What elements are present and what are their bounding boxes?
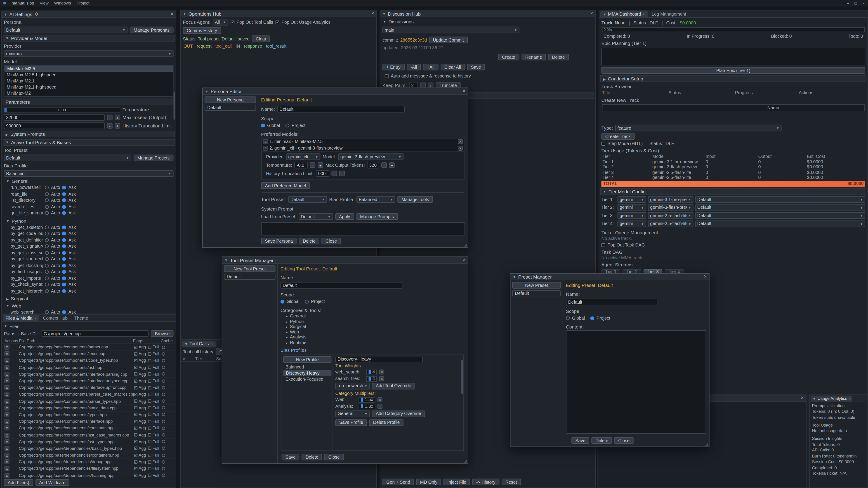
decrement-button[interactable]: -: [310, 162, 315, 168]
close-icon[interactable]: ×: [211, 342, 213, 346]
create-track-name-input[interactable]: Name: [602, 104, 865, 111]
expand-caret-icon[interactable]: ▶: [6, 297, 8, 300]
system-prompt-textarea[interactable]: [261, 222, 465, 235]
model-list-item[interactable]: MiniMax-M2.1-highspeed: [4, 84, 173, 90]
inject-file-button[interactable]: Inject File: [443, 479, 470, 485]
auto-radio[interactable]: [45, 270, 49, 274]
collapse-caret-icon[interactable]: ▼: [6, 37, 9, 40]
agg-checkbox[interactable]: [134, 366, 137, 369]
menu-windows[interactable]: Windows: [54, 0, 71, 5]
decrement-button[interactable]: -: [420, 83, 426, 88]
decrement-button[interactable]: -: [381, 162, 387, 168]
step-mode-checkbox[interactable]: [601, 142, 605, 146]
agg-checkbox[interactable]: [134, 379, 137, 383]
remove-file-button[interactable]: x: [4, 379, 9, 383]
remove-file-button[interactable]: x: [4, 345, 9, 350]
close-icon[interactable]: ×: [34, 316, 36, 320]
drag-handle-icon[interactable]: ≡: [264, 139, 268, 144]
collapse-caret-icon[interactable]: ▼: [383, 20, 386, 23]
save-discussion-button[interactable]: Save: [467, 64, 485, 70]
remove-multiplier-button[interactable]: ×: [377, 397, 382, 402]
auto-radio[interactable]: [45, 264, 49, 267]
ask-radio[interactable]: [62, 270, 66, 274]
expand-caret-icon[interactable]: ▸: [286, 340, 287, 344]
tier-preset-select[interactable]: Default▼: [695, 220, 865, 227]
full-checkbox[interactable]: [148, 427, 151, 430]
scope-project-radio[interactable]: [285, 124, 289, 127]
discussion-hub-header[interactable]: ▼ Discussion Hub ×: [380, 11, 595, 17]
resize-grip[interactable]: [705, 443, 708, 446]
menu-project[interactable]: Project: [76, 0, 89, 5]
full-checkbox[interactable]: [148, 467, 151, 470]
tier-provider-select[interactable]: gemini▼: [618, 220, 647, 227]
cache-indicator[interactable]: [162, 399, 165, 403]
full-checkbox[interactable]: [148, 366, 151, 369]
scope-global-radio[interactable]: [261, 124, 265, 127]
persona-select[interactable]: Default▼: [4, 27, 127, 33]
tab-tool-calls[interactable]: ▼ Tool Calls ×: [182, 341, 215, 347]
cache-indicator[interactable]: [162, 460, 165, 464]
remove-weight-button[interactable]: ×: [379, 376, 384, 381]
collapse-caret-icon[interactable]: ▼: [224, 258, 228, 262]
close-dialog-button[interactable]: Close: [614, 437, 633, 444]
max-output-tokens-input[interactable]: [367, 162, 379, 168]
clear-status-button[interactable]: Clear: [252, 35, 270, 42]
full-checkbox[interactable]: [148, 386, 151, 389]
agg-checkbox[interactable]: [134, 346, 137, 349]
agg-checkbox[interactable]: [134, 427, 137, 430]
cache-indicator[interactable]: [162, 453, 165, 457]
auto-radio[interactable]: [45, 283, 49, 287]
gear-icon[interactable]: ⚙: [34, 11, 38, 17]
agg-checkbox[interactable]: [134, 440, 137, 444]
drag-handle-icon[interactable]: ≡: [264, 146, 268, 151]
expand-caret-icon[interactable]: ▶: [603, 77, 606, 80]
save-preset-button[interactable]: Save: [571, 437, 589, 444]
new-tool-preset-button[interactable]: New Tool Preset: [224, 265, 276, 272]
override-category-select[interactable]: General▼: [336, 410, 370, 417]
agg-checkbox[interactable]: [134, 467, 137, 470]
remove-file-button[interactable]: x: [4, 439, 9, 444]
tier-model-config-section[interactable]: ▼ Tier Model Config: [600, 188, 866, 195]
tier-model-select[interactable]: gemini-3.1-pro-preview▼: [648, 196, 693, 203]
preset-content-textarea[interactable]: [566, 330, 706, 434]
tier-model-select[interactable]: gemini-3-flash-preview▼: [648, 204, 693, 211]
category-row[interactable]: ▸ Runtime: [286, 340, 465, 345]
category-row[interactable]: ▸ Python: [286, 319, 465, 324]
remove-multiplier-button[interactable]: ×: [377, 404, 382, 409]
weight-value-input[interactable]: 4: [366, 376, 377, 382]
delete-profile-button[interactable]: Delete Profile: [369, 419, 403, 426]
track-type-select[interactable]: feature▼: [615, 125, 781, 131]
collapse-caret-icon[interactable]: ▼: [6, 219, 9, 223]
bias-profile-item[interactable]: Execution-Focused: [283, 376, 331, 382]
weight-value-input[interactable]: 4: [366, 369, 377, 375]
menu-view[interactable]: View: [39, 0, 49, 5]
tier-provider-select[interactable]: gemini▼: [618, 196, 647, 203]
bias-profile-item[interactable]: Balanced: [283, 364, 331, 370]
remove-file-button[interactable]: x: [4, 358, 9, 363]
tool-group-web[interactable]: ▼ Web: [6, 303, 174, 308]
agg-checkbox[interactable]: [134, 399, 137, 403]
manage-tools-button[interactable]: Manage Tools: [398, 196, 433, 203]
tier-preset-select[interactable]: Default▼: [695, 204, 865, 211]
auto-radio[interactable]: [45, 211, 49, 215]
ask-radio[interactable]: [62, 283, 66, 287]
collapse-caret-icon[interactable]: ▼: [603, 12, 607, 16]
auto-radio[interactable]: [45, 232, 49, 236]
add-entry-button[interactable]: + Entry: [382, 64, 404, 70]
remove-file-button[interactable]: x: [4, 365, 9, 370]
tab-files-media[interactable]: Files & Media ×: [3, 315, 39, 321]
cache-indicator[interactable]: [162, 359, 165, 362]
cache-indicator[interactable]: [162, 420, 165, 423]
agg-checkbox[interactable]: [134, 372, 137, 376]
increment-button[interactable]: +: [115, 115, 121, 121]
autoadd-checkbox[interactable]: [385, 74, 389, 78]
tab-mma-dashboard[interactable]: ▼ MMA Dashboard ×: [600, 11, 648, 17]
full-checkbox[interactable]: [148, 379, 151, 383]
collapse-caret-icon[interactable]: ▼: [813, 397, 816, 400]
add-files-button[interactable]: Add File(s): [4, 479, 33, 486]
cache-indicator[interactable]: [162, 386, 165, 389]
expand-caret-icon[interactable]: ▸: [286, 330, 287, 334]
cache-indicator[interactable]: [162, 440, 165, 444]
remove-model-button[interactable]: ×: [458, 146, 463, 151]
delete-persona-button[interactable]: Delete: [299, 238, 319, 244]
